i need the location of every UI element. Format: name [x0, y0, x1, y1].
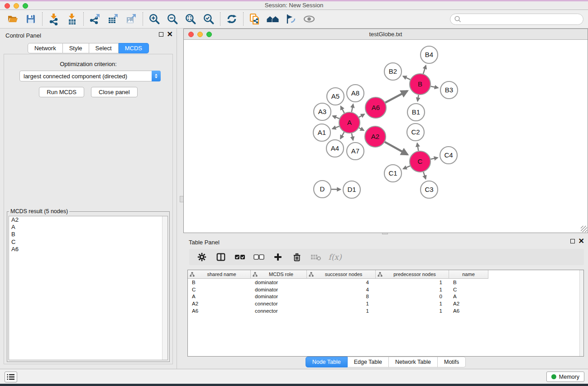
table-cell[interactable]: dominator	[251, 294, 307, 299]
table-cell[interactable]: 1	[307, 301, 376, 306]
graph-node-B[interactable]: B	[410, 74, 430, 95]
table-options-button[interactable]	[195, 250, 209, 264]
export-network-button[interactable]	[86, 11, 104, 27]
run-mcds-button[interactable]: Run MCDS	[39, 87, 84, 97]
graph-edge-A6-B[interactable]	[385, 91, 407, 103]
table-cell[interactable]: 1	[376, 287, 449, 292]
graph-edge-C-C3[interactable]	[423, 172, 425, 179]
network-window-titlebar[interactable]: testGlobe.txt	[184, 29, 588, 40]
column-header-mcds-role[interactable]: MCDS role	[251, 270, 307, 279]
graph-edge-A-A2[interactable]	[359, 128, 364, 130]
mcds-result-item[interactable]: A6	[9, 246, 167, 253]
zoom-in-button[interactable]	[145, 11, 163, 27]
table-cell[interactable]: 1	[307, 308, 376, 314]
network-canvas[interactable]: AA1A2A3A4A5A6A7A8BB1B2B3B4CC1C2C3C4DD1	[184, 40, 588, 233]
graph-node-A5[interactable]: A5	[327, 88, 344, 105]
close-window-button[interactable]	[5, 3, 10, 9]
refresh-view-button[interactable]	[223, 11, 241, 27]
graph-edge-B-B1[interactable]	[418, 95, 419, 101]
table-cell[interactable]: 8	[307, 294, 376, 299]
graph-edge-C-C2[interactable]	[417, 143, 419, 151]
graph-node-A2[interactable]: A2	[365, 126, 386, 147]
table-scrollbar[interactable]	[579, 270, 583, 356]
minimize-window-button[interactable]	[14, 3, 19, 9]
zoom-selected-button[interactable]	[200, 11, 218, 27]
mcds-list-scrollbar[interactable]	[162, 216, 167, 360]
float-panel-icon[interactable]	[570, 239, 575, 243]
float-panel-icon[interactable]	[159, 32, 163, 37]
tab-edge-table[interactable]: Edge Table	[348, 357, 389, 367]
close-window-button[interactable]	[188, 32, 194, 37]
graph-edge-A-A1[interactable]	[332, 126, 339, 129]
window-controls[interactable]	[5, 3, 28, 9]
unselect-all-columns-button[interactable]	[252, 250, 266, 264]
graph-edge-C-C4[interactable]	[430, 157, 437, 159]
column-header-predecessor-nodes[interactable]: predecessor nodes	[376, 270, 449, 279]
export-image-button[interactable]	[122, 11, 140, 27]
close-panel-icon[interactable]: ✕	[578, 238, 584, 244]
table-row[interactable]: Cdominator41C	[188, 286, 583, 293]
import-table-button[interactable]	[63, 11, 81, 27]
go-home-button[interactable]	[264, 11, 282, 27]
network-window-controls[interactable]	[188, 32, 212, 37]
graph-edge-A-A6[interactable]	[359, 114, 364, 117]
tab-node-table[interactable]: Node Table	[306, 357, 348, 367]
graph-node-A4[interactable]: A4	[326, 140, 344, 157]
graph-edge-B-B2[interactable]	[403, 76, 410, 79]
graph-node-C3[interactable]: C3	[421, 181, 438, 198]
maximize-window-button[interactable]	[23, 3, 28, 9]
graph-node-D1[interactable]: D1	[343, 181, 360, 198]
import-network-button[interactable]	[45, 11, 63, 27]
task-history-button[interactable]	[5, 372, 17, 382]
column-header-name[interactable]: name	[449, 270, 488, 279]
zoom-out-button[interactable]	[163, 11, 182, 27]
graph-edge-A2-C[interactable]	[385, 142, 407, 155]
graph-node-A1[interactable]: A1	[313, 124, 330, 141]
graph-node-A[interactable]: A	[339, 112, 360, 133]
criterion-dropdown[interactable]: largest connected component (directed)	[19, 71, 161, 81]
tab-style[interactable]: Style	[63, 43, 89, 53]
window-resize-grip[interactable]	[581, 226, 587, 232]
graph-node-C4[interactable]: C4	[440, 147, 457, 164]
tab-motifs[interactable]: Motifs	[438, 357, 466, 367]
tab-mcds[interactable]: MCDS	[119, 43, 149, 53]
table-cell[interactable]: A	[188, 294, 251, 299]
tab-select[interactable]: Select	[89, 43, 119, 53]
network-graph[interactable]: AA1A2A3A4A5A6A7A8BB1B2B3B4CC1C2C3C4DD1	[184, 40, 588, 233]
graph-node-A8[interactable]: A8	[347, 85, 364, 102]
table-cell[interactable]: A2	[188, 301, 251, 306]
table-cell[interactable]: A6	[188, 308, 251, 314]
table-row[interactable]: A2connector11A2	[188, 300, 583, 307]
table-cell[interactable]: C	[449, 287, 488, 292]
export-table-button[interactable]	[104, 11, 122, 27]
toggle-graphics-details-button[interactable]	[282, 11, 300, 27]
memory-button[interactable]: Memory	[546, 372, 584, 382]
graph-edge-B-B4[interactable]	[423, 66, 426, 74]
table-cell[interactable]: dominator	[251, 280, 307, 285]
graph-node-C[interactable]: C	[410, 151, 430, 172]
dropdown-stepper-icon[interactable]	[152, 71, 161, 81]
maximize-window-button[interactable]	[206, 32, 212, 37]
graph-node-B1[interactable]: B1	[407, 104, 425, 121]
graph-node-A3[interactable]: A3	[314, 103, 331, 120]
table-cell[interactable]: 1	[376, 301, 449, 306]
tab-network[interactable]: Network	[28, 43, 63, 53]
graph-node-B4[interactable]: B4	[421, 46, 438, 63]
table-cell[interactable]: 0	[376, 294, 449, 299]
graph-edge-A-A4[interactable]	[340, 132, 344, 138]
table-cell[interactable]: connector	[251, 301, 307, 306]
table-cell[interactable]: A2	[449, 301, 488, 306]
table-mode-button[interactable]	[214, 250, 228, 264]
close-panel-icon[interactable]: ✕	[167, 32, 173, 37]
graph-edge-A-A3[interactable]	[333, 116, 339, 119]
table-cell[interactable]: 4	[307, 287, 376, 292]
graph-node-C1[interactable]: C1	[384, 165, 402, 182]
table-cell[interactable]: B	[188, 280, 251, 285]
graph-edge-A-A5[interactable]	[341, 106, 344, 113]
graph-edge-B-B3[interactable]	[431, 86, 438, 88]
graph-node-D[interactable]: D	[314, 181, 331, 198]
mcds-result-item[interactable]: C	[9, 238, 167, 246]
mcds-result-item[interactable]: B	[9, 231, 167, 238]
close-panel-button[interactable]: Close panel	[91, 87, 138, 97]
table-cell[interactable]: dominator	[251, 287, 307, 292]
